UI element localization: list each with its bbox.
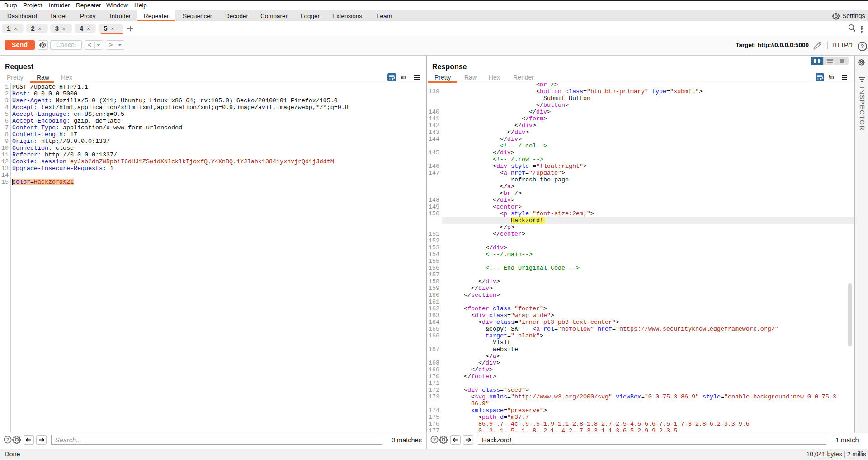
svg-text:?: ? <box>861 43 864 50</box>
svg-text:?: ? <box>6 437 9 442</box>
svg-text:?: ? <box>433 437 436 442</box>
